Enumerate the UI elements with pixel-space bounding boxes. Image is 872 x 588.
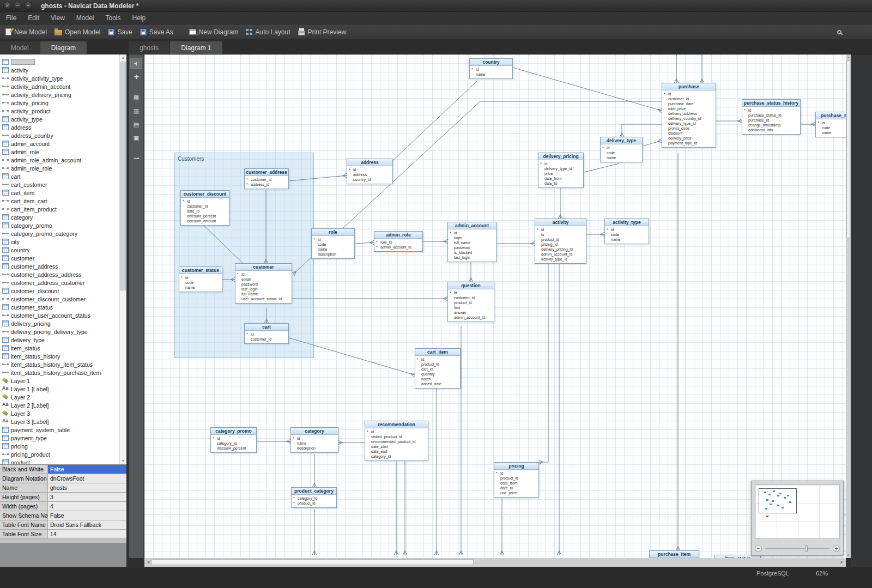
tree-item-pricing[interactable]: pricing xyxy=(0,442,119,450)
tree-item-layer-3-label[interactable]: Layer 3 [Label] xyxy=(0,417,119,426)
tree-item-payment-system-table[interactable]: payment_system_table xyxy=(0,426,119,434)
print-preview-button[interactable]: Print Preview xyxy=(298,28,347,36)
minimap-zoom-in-button[interactable]: + xyxy=(833,545,840,552)
tree-edit-box[interactable] xyxy=(11,59,35,65)
property-value[interactable]: ghosts xyxy=(48,483,126,492)
save-as-button[interactable]: Save As xyxy=(140,28,173,36)
scroll-up-icon[interactable]: ▲ xyxy=(846,54,851,60)
property-value[interactable]: False xyxy=(48,511,126,520)
entity-admin-account[interactable]: admin_account*idloginfull_namepasswordis… xyxy=(447,222,496,262)
entity-recommendation[interactable]: recommendation*idvisited_product_idrecom… xyxy=(365,421,428,461)
entity-activity[interactable]: activity*idtsproduct_idpricing_iddeliver… xyxy=(535,219,586,264)
overview-minimap[interactable]: − + xyxy=(751,481,844,556)
tree-item-category-promo-category[interactable]: category_promo_category xyxy=(0,229,119,238)
diagram-canvas[interactable]: Customers country*idnamepurchase*idcusto… xyxy=(144,54,846,558)
scroll-right-icon[interactable]: ► xyxy=(838,558,846,567)
doc-tab-ghosts[interactable]: ghosts xyxy=(129,41,170,54)
tree-item-activity-activity-type[interactable]: activity_activity_type xyxy=(0,74,119,82)
tree-item-delivery-pricing-delivery-type[interactable]: delivery_pricing_delivery_type xyxy=(0,328,119,336)
tree-item-activity-admin-account[interactable]: activity_admin_account xyxy=(0,82,119,90)
tree-item-admin-role-role[interactable]: admin_role_role xyxy=(0,164,119,172)
menu-edit[interactable]: Edit xyxy=(26,13,41,23)
select-tool[interactable]: ➤ xyxy=(130,58,142,69)
tree-item-delivery-pricing[interactable]: delivery_pricing xyxy=(0,319,119,328)
tree-item-cart-item-cart[interactable]: cart_item_cart xyxy=(0,197,119,205)
entity-customer[interactable]: customer*idemailpasswordlast_loginfull_n… xyxy=(235,263,292,304)
tree-item-activity-product[interactable]: activity_product xyxy=(0,107,119,115)
tree-item-activity[interactable]: activity xyxy=(0,66,119,74)
canvas-vertical-scrollbar[interactable]: ▲ ▼ xyxy=(846,54,851,558)
minimap-zoom-slider[interactable] xyxy=(765,548,829,549)
entity-delivery-pricing[interactable]: delivery_pricing*iddelivery_type_idprice… xyxy=(538,153,584,188)
minimap-map[interactable] xyxy=(755,484,840,539)
tree-item-category[interactable]: category xyxy=(0,213,119,221)
entity-country[interactable]: country*idname xyxy=(469,58,513,79)
entity-customer-status[interactable]: customer_status*idcodename xyxy=(179,266,222,292)
new-model-button[interactable]: New Model xyxy=(5,28,47,36)
vertical-scroll-thumb[interactable] xyxy=(846,60,850,238)
tree-item-payment-type[interactable]: payment_type xyxy=(0,434,119,442)
menu-file[interactable]: File xyxy=(4,13,18,23)
tree-item-cart-item[interactable]: cart_item xyxy=(0,189,119,197)
tree-item-admin-role[interactable]: admin_role xyxy=(0,148,119,156)
tree-item-customer-address[interactable]: customer_address xyxy=(0,262,119,270)
property-value[interactable]: 4 xyxy=(48,502,126,511)
tree-item-cart-item-product[interactable]: cart_item_product xyxy=(0,205,119,213)
entity-purchase-stat[interactable]: purchase_stat*idcodename xyxy=(815,112,846,137)
auto-layout-button[interactable]: Auto Layout xyxy=(246,28,290,36)
entity-purchase[interactable]: purchase*idcustomer_idpurchase_datetotal… xyxy=(662,83,716,148)
new-relation-tool[interactable]: ⊶ xyxy=(130,153,142,163)
entity-category-promo[interactable]: category_promo*idcategory_iddiscount_per… xyxy=(210,427,257,453)
new-table-tool[interactable]: ▦ xyxy=(130,92,142,102)
entity-address[interactable]: address*idaddresscountry_id xyxy=(347,159,393,184)
new-note-tool[interactable]: ▤ xyxy=(130,119,142,130)
search-button[interactable] xyxy=(837,30,841,34)
tree-item-category-promo[interactable]: category_promo xyxy=(0,221,119,229)
new-view-tool[interactable]: ▥ xyxy=(130,105,142,116)
entity-cart-item[interactable]: cart_item*idproduct_idcart_idquantitynot… xyxy=(415,348,461,389)
horizontal-scroll-thumb[interactable] xyxy=(151,559,474,565)
tree-item-customer-address-address[interactable]: customer_address_address xyxy=(0,270,119,278)
new-diagram-button[interactable]: New Diagram xyxy=(189,28,239,36)
tree-item-item-status[interactable]: item_status xyxy=(0,344,119,352)
tree-scrollbar[interactable]: ▲ ▼ xyxy=(119,54,126,464)
tree-scroll-up-icon[interactable]: ▲ xyxy=(120,54,126,61)
entity-admin-role[interactable]: admin_role*role_id*admin_account_id xyxy=(374,231,423,252)
tree-item-layer-2-label[interactable]: Layer 2 [Label] xyxy=(0,401,119,409)
tree-item-layer-1[interactable]: Layer 1 xyxy=(0,377,119,385)
entity-cart[interactable]: cart*idcustomer_id xyxy=(244,323,289,344)
tree-item-activity-delivery-pricing[interactable]: activity_delivery_pricing xyxy=(0,90,119,99)
tab-model[interactable]: Model xyxy=(0,41,40,54)
tree-item-customer-status[interactable]: customer_status xyxy=(0,303,119,311)
save-button[interactable]: Save xyxy=(108,28,132,36)
entity-category[interactable]: category*idnamedescription xyxy=(290,427,338,453)
scroll-down-icon[interactable]: ▼ xyxy=(846,553,851,558)
property-value[interactable]: False xyxy=(48,465,126,474)
tree-scroll-thumb[interactable] xyxy=(120,62,126,290)
tree-scroll-down-icon[interactable]: ▼ xyxy=(120,458,126,464)
tree-item-layer-1-label[interactable]: Layer 1 [Label] xyxy=(0,385,119,393)
close-button[interactable]: × xyxy=(3,2,11,10)
entity-product-category[interactable]: product_category*category_id*product_id xyxy=(291,487,337,508)
tree-item-admin-account[interactable]: admin_account xyxy=(0,140,119,148)
tree-item-activity-type[interactable]: activity_type xyxy=(0,115,119,123)
tree-item-delivery-type[interactable]: delivery_type xyxy=(0,336,119,344)
tab-diagram[interactable]: Diagram xyxy=(40,41,87,54)
property-value[interactable]: 14 xyxy=(48,530,126,538)
entity-role[interactable]: role*idcodenamedescription xyxy=(311,228,355,259)
entity-question[interactable]: question*idcustomer_idproduct_idtextansw… xyxy=(447,282,494,322)
tree-item-address-country[interactable]: address_country xyxy=(0,131,119,140)
pan-tool[interactable]: ✚ xyxy=(130,71,142,82)
entity-customer-address[interactable]: customer_address*customer_id*address_id xyxy=(244,168,289,189)
tree-item-editing[interactable] xyxy=(0,58,119,66)
entity-customer-discount[interactable]: customer_discount*idcustomer_iddate_todi… xyxy=(180,190,229,226)
entity-activity-type[interactable]: activity_type*idcodename xyxy=(604,219,649,244)
minimap-zoom-out-button[interactable]: − xyxy=(755,545,762,552)
tree-item-layer-2[interactable]: Layer 2 xyxy=(0,393,119,401)
tree-item-address[interactable]: address xyxy=(0,123,119,131)
tree-item-item-status-history[interactable]: item_status_history xyxy=(0,352,119,360)
tree-item-customer[interactable]: customer xyxy=(0,254,119,262)
property-value[interactable]: Droid Sans Fallback xyxy=(48,520,126,529)
tree-item-cart-customer[interactable]: cart_customer xyxy=(0,180,119,189)
entity-purchase-status-history[interactable]: purchase_status_history*idpurchase_statu… xyxy=(742,99,801,135)
